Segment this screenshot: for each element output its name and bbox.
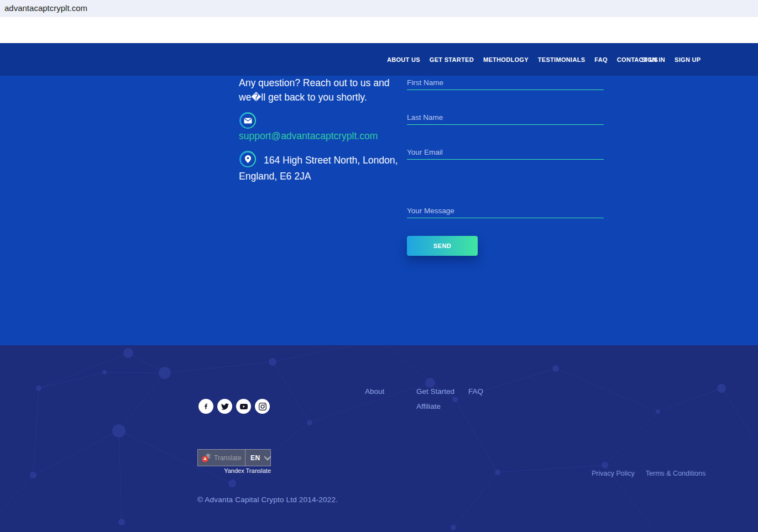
facebook-icon[interactable] <box>198 399 213 414</box>
nav-item-methodology[interactable]: METHODLOGY <box>483 56 529 63</box>
copyright-text: © Advanta Capital Crypto Ltd 2014-2022. <box>197 496 338 504</box>
youtube-icon[interactable] <box>236 399 251 414</box>
sign-in-link[interactable]: SIGN IN <box>641 56 665 63</box>
contact-intro-text: Any question? Reach out to us and we�ll … <box>239 76 393 104</box>
send-button[interactable]: SEND <box>407 236 478 256</box>
footer-link-affiliate[interactable]: Affiliate <box>416 402 441 410</box>
support-email-link[interactable]: support@advantacaptcryplt.com <box>239 130 378 142</box>
nav-menu: ABOUT US GET STARTED METHODLOGY TESTIMON… <box>387 43 658 76</box>
navbar: ADVANTA CAPITAL CRYPTO LTD ABOUT US GET … <box>0 43 758 76</box>
legal-links: Privacy Policy Terms & Conditions <box>592 470 705 477</box>
url-text[interactable]: advantacaptcryplt.com <box>4 3 87 13</box>
instagram-icon[interactable] <box>255 399 270 414</box>
translate-label: Translate <box>214 454 242 462</box>
envelope-icon <box>244 118 252 124</box>
footer-link-faq[interactable]: FAQ <box>468 387 483 396</box>
terms-conditions-link[interactable]: Terms & Conditions <box>646 470 705 477</box>
page-top-gap <box>0 17 758 43</box>
chevron-down-icon[interactable] <box>264 454 271 461</box>
language-select[interactable]: EN <box>245 454 260 462</box>
last-name-input[interactable] <box>407 110 604 125</box>
yandex-translate-widget[interactable]: 文 A Translate EN <box>197 449 271 466</box>
first-name-input[interactable] <box>407 75 604 90</box>
page: advantacaptcryplt.com ADVANTA CAPITAL CR… <box>0 0 758 532</box>
message-input[interactable] <box>407 203 604 218</box>
email-icon <box>239 112 256 129</box>
browser-url-bar[interactable]: advantacaptcryplt.com <box>0 0 758 17</box>
nav-item-faq[interactable]: FAQ <box>594 56 608 63</box>
contact-section: Any question? Reach out to us and we�ll … <box>0 76 758 345</box>
auth-menu: SIGN IN SIGN UP <box>641 43 701 76</box>
nav-item-get-started[interactable]: GET STARTED <box>430 56 474 63</box>
footer-link-about[interactable]: About <box>365 387 384 396</box>
translate-button[interactable]: 文 A Translate <box>198 453 245 462</box>
email-input[interactable] <box>407 145 604 160</box>
sign-up-link[interactable]: SIGN UP <box>675 56 701 63</box>
social-links <box>198 399 270 414</box>
privacy-policy-link[interactable]: Privacy Policy <box>592 470 635 477</box>
footer-link-get-started[interactable]: Get Started <box>416 387 454 396</box>
nav-item-testimonials[interactable]: TESTIMONIALS <box>538 56 586 63</box>
nav-item-about-us[interactable]: ABOUT US <box>387 56 420 63</box>
translate-icon: 文 A <box>202 453 211 462</box>
address-text: 164 High Street North, London, England, … <box>239 152 400 185</box>
twitter-icon[interactable] <box>217 399 232 414</box>
yandex-translate-caption[interactable]: Yandex Translate <box>197 467 271 474</box>
constellation-pattern <box>0 345 758 532</box>
footer: About Get Started FAQ Affiliate 文 A Tran… <box>0 345 758 532</box>
